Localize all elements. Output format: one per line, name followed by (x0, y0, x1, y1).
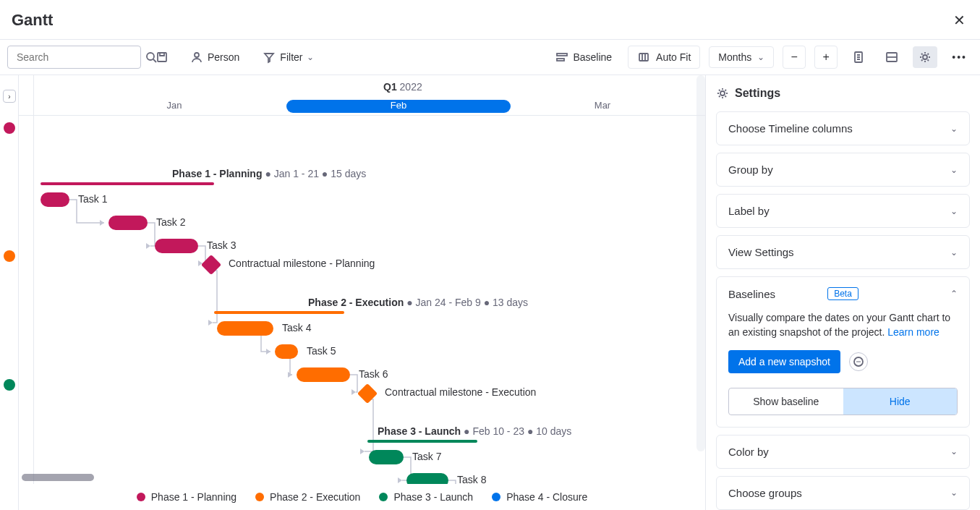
export-button[interactable] (846, 46, 871, 68)
phase-label-1: Phase 1 - Planning ● Jan 1 - 21 ● 15 day… (172, 168, 366, 179)
task-bar[interactable] (41, 192, 69, 207)
timeline-header: Q1 2022 JanFebMar (19, 75, 705, 116)
task-bar[interactable] (108, 216, 148, 230)
svg-marker-17 (351, 389, 356, 395)
chevron-down-icon: ⌄ (307, 52, 314, 62)
document-icon (852, 51, 865, 64)
more-icon: ••• (952, 51, 967, 63)
settings-section: Label by⌄ (716, 194, 970, 228)
person-filter-button[interactable]: Person (183, 46, 247, 68)
svg-rect-6 (639, 54, 648, 61)
save-button[interactable] (150, 46, 174, 68)
gear-icon (716, 87, 729, 100)
settings-head[interactable]: Color by⌄ (717, 435, 969, 468)
task-bar[interactable] (369, 450, 404, 464)
settings-section: Group by⌄ (716, 153, 970, 187)
task-label: Task 1 (78, 193, 107, 205)
save-icon (155, 51, 169, 64)
filter-button[interactable]: Filter ⌄ (255, 46, 321, 68)
search-wrap[interactable] (7, 46, 141, 69)
settings-head[interactable]: Label by⌄ (717, 195, 969, 227)
split-icon (885, 51, 898, 64)
main: › Q1 2022 JanFebMar Phase 1 - Planning ●… (0, 75, 980, 510)
task-bar[interactable] (297, 367, 350, 382)
phase-bar-1[interactable] (41, 182, 214, 185)
snapshot-edit-icon[interactable] (849, 352, 868, 371)
legend-item[interactable]: Phase 4 - Closure (492, 491, 587, 503)
legend-item[interactable]: Phase 3 - Launch (379, 491, 473, 503)
chevron-down-icon: ⌄ (950, 488, 958, 498)
settings-head-baselines[interactable]: Baselines Beta ⌃ (717, 277, 969, 310)
phase-label-3: Phase 3 - Launch ● Feb 10 - 23 ● 10 days (378, 425, 571, 437)
legend-item[interactable]: Phase 2 - Execution (255, 491, 360, 503)
month-feb[interactable]: Feb (286, 100, 511, 113)
settings-section: Color by⌄ (716, 435, 970, 469)
gear-icon (919, 51, 932, 64)
baseline-toggle: Show baseline Hide (728, 388, 958, 415)
legend: Phase 1 - PlanningPhase 2 - ExecutionPha… (19, 484, 705, 510)
phase-indicator-2[interactable] (4, 250, 15, 262)
settings-head[interactable]: Group by⌄ (717, 153, 969, 186)
svg-marker-19 (398, 477, 402, 483)
quarter-label: Q1 2022 (383, 81, 422, 93)
scrollbar-vertical[interactable] (696, 75, 705, 451)
add-snapshot-button[interactable]: Add a new snapshot (728, 350, 840, 373)
baseline-button[interactable]: Baseline (548, 46, 619, 68)
baseline-icon (555, 51, 568, 64)
minus-icon: − (791, 51, 798, 64)
header: Gantt ✕ (0, 0, 980, 40)
hide-baseline-button[interactable]: Hide (843, 388, 958, 415)
task-label: Task 4 (282, 322, 311, 333)
learn-more-link[interactable]: Learn more (887, 326, 939, 338)
task-bar[interactable] (217, 321, 273, 336)
search-input[interactable] (15, 51, 145, 64)
toolbar: Person Filter ⌄ Baseline Auto Fit Months… (0, 40, 980, 75)
svg-point-10 (923, 55, 927, 59)
milestone-label: Contractual milestone - Execution (385, 386, 536, 398)
timescale-select[interactable]: Months ⌄ (709, 46, 774, 68)
settings-head[interactable]: Choose Timeline columns⌄ (717, 112, 969, 145)
task-label: Task 2 (156, 216, 185, 228)
autofit-button[interactable]: Auto Fit (628, 46, 700, 69)
filter-icon (263, 51, 276, 64)
svg-rect-2 (158, 53, 166, 61)
chevron-down-icon: ⌄ (950, 206, 958, 216)
chevron-down-icon: ⌄ (950, 247, 958, 258)
beta-badge: Beta (827, 287, 858, 300)
person-icon (190, 51, 203, 64)
month-mar[interactable]: Mar (512, 100, 693, 113)
show-baseline-button[interactable]: Show baseline (729, 388, 843, 415)
task-bar[interactable] (275, 344, 298, 359)
svg-marker-15 (266, 349, 270, 354)
zoom-out-button[interactable]: − (783, 46, 806, 69)
autofit-icon (637, 51, 650, 64)
settings-head[interactable]: Choose groups⌄ (717, 477, 969, 509)
legend-item[interactable]: Phase 1 - Planning (137, 491, 237, 503)
settings-title: Settings (716, 87, 970, 100)
milestone-label: Contractual milestone - Planning (229, 258, 375, 269)
settings-button[interactable] (913, 46, 937, 68)
settings-head[interactable]: View Settings⌄ (717, 236, 969, 268)
task-label: Task 7 (412, 451, 441, 462)
phase-bar-3[interactable] (367, 440, 477, 443)
expand-sidebar-button[interactable]: › (3, 90, 16, 103)
gantt-chart[interactable]: Q1 2022 JanFebMar Phase 1 - Planning ● J… (19, 75, 705, 510)
svg-rect-4 (557, 54, 567, 56)
zoom-in-button[interactable]: + (814, 46, 838, 69)
close-icon[interactable]: ✕ (950, 9, 968, 32)
task-bar[interactable] (155, 239, 198, 253)
split-view-button[interactable] (879, 46, 904, 68)
scrollbar-horizontal[interactable] (22, 474, 94, 481)
month-jan[interactable]: Jan (62, 100, 286, 113)
svg-rect-5 (557, 59, 564, 61)
task-label: Task 3 (207, 239, 236, 251)
baselines-desc: Visually compare the dates on your Gantt… (728, 310, 958, 340)
more-button[interactable]: ••• (946, 47, 973, 67)
phase-indicator-1[interactable] (4, 122, 15, 134)
task-label: Task 5 (307, 345, 336, 357)
phase-bar-2[interactable] (214, 311, 344, 314)
svg-marker-14 (208, 320, 213, 326)
settings-section: Choose groups⌄ (716, 476, 970, 510)
phase-indicator-3[interactable] (4, 379, 15, 391)
baseline-label: Baseline (573, 51, 612, 63)
